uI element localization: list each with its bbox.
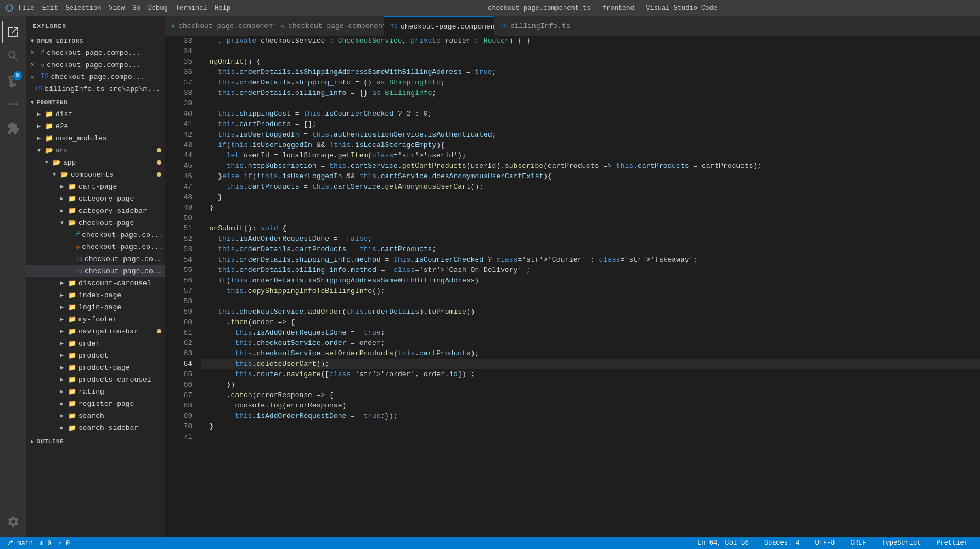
line-number: 65 [165,369,196,380]
tree-components[interactable]: ▼ 📂 components [26,168,165,180]
tree-product-page[interactable]: ▶ 📁 product-page [26,361,165,373]
line-number: 44 [165,150,196,161]
menu-bar[interactable]: File Edit Selection View Go Debug Termin… [19,4,230,12]
language-status[interactable]: TypeScript [881,539,921,547]
tree-navigation-bar[interactable]: ▶ 📁 navigation-bar [26,325,165,337]
line-number: 51 [165,223,196,234]
menu-selection[interactable]: Selection [66,4,102,12]
eol-status[interactable]: CRLF [851,539,866,547]
outline-label: OUTLINE [37,438,64,445]
tree-node-modules[interactable]: ▶ 📁 node_modules [26,132,165,144]
tree-products-carousel[interactable]: ▶ 📁 products-carousel [26,373,165,386]
tree-category-sidebar[interactable]: ▶ 📁 category-sidebar [26,205,165,217]
search-activity-icon[interactable] [2,45,24,67]
window-title: checkout-page.component.ts — frontend — … [230,4,975,12]
open-editors-header[interactable]: ▼ OPEN EDITORS [26,36,165,47]
menu-edit[interactable]: Edit [42,4,58,12]
activity-bar: 9 [0,16,26,537]
editor-content[interactable]: 3334353637383940414243444546474849505152… [165,36,980,537]
tree-app[interactable]: ▼ 📂 app [26,156,165,168]
explorer-activity-icon[interactable] [2,21,24,43]
tree-checkout-ts2[interactable]: TS checkout-page.co... [26,265,165,277]
formatter-status[interactable]: Prettier [936,539,968,547]
close-icon[interactable]: × [31,49,38,56]
html-icon: ◇ [76,243,80,251]
code-line: this.orderDetails.isShippingAddressSameW… [201,67,980,77]
line-number: 39 [165,98,196,109]
errors-status[interactable]: ⊗ 0 [40,539,52,547]
menu-file[interactable]: File [19,4,35,12]
tree-order[interactable]: ▶ 📁 order [26,337,165,349]
folder-arrow-open: ▼ [45,160,53,166]
code-line: this.orderDetails.shipping_info.method =… [201,254,980,265]
menu-debug[interactable]: Debug [148,4,168,12]
code-line: .catch(errorResponse => { [201,390,980,400]
open-editor-html[interactable]: × ◇ checkout-page.compo... [26,59,165,71]
open-editor-css[interactable]: × # checkout-page.compo... [26,47,165,59]
tab-css[interactable]: # checkout-page.component.css [165,16,274,36]
tree-category-page[interactable]: ▶ 📁 category-page [26,193,165,205]
encoding-status[interactable]: UTF-8 [815,539,835,547]
tree-rating[interactable]: ▶ 📁 rating [26,386,165,398]
sidebar-title: EXPLORER [26,16,165,36]
close-icon-ts[interactable]: ✕ [31,73,38,81]
tree-e2e[interactable]: ▶ 📁 e2e [26,120,165,132]
open-editor-billing[interactable]: TS billingInfo.ts src\app\m... [26,83,165,95]
folder-arrow: ▶ [60,364,68,371]
line-numbers-gutter: 3334353637383940414243444546474849505152… [165,36,196,537]
tree-discount-carousel[interactable]: ▶ 📁 discount-carousel [26,277,165,289]
git-branch-status[interactable]: ⎇ main [5,539,33,547]
sidebar-content: ▼ OPEN EDITORS × # checkout-page.compo..… [26,36,165,537]
extensions-activity-icon[interactable] [2,117,24,139]
folder-icon: 📁 [68,183,76,191]
line-number: 56 [165,275,196,286]
tab-billing[interactable]: TS billingInfo.ts [494,16,577,36]
cursor-position-status[interactable]: Ln 64, Col 36 [697,539,749,547]
folder-arrow: ▶ [60,280,68,286]
settings-activity-icon[interactable] [2,511,24,533]
tree-login-page[interactable]: ▶ 📁 login-page [26,301,165,313]
tree-src[interactable]: ▼ 📂 src [26,144,165,156]
tree-my-footer[interactable]: ▶ 📁 my-footer [26,313,165,325]
line-number: 49 [165,202,196,213]
tree-dist[interactable]: ▶ 📁 dist [26,108,165,120]
frontend-header[interactable]: ▼ FRONTEND [26,97,165,108]
outline-header[interactable]: ▶ OUTLINE [26,436,165,447]
tree-checkout-ts1[interactable]: TS checkout-page.co... [26,253,165,265]
run-activity-icon[interactable] [2,93,24,115]
tree-product[interactable]: ▶ 📁 product [26,349,165,361]
menu-terminal[interactable]: Terminal [176,4,207,12]
line-number: 41 [165,119,196,129]
tree-cart-page[interactable]: ▶ 📁 cart-page [26,180,165,193]
close-icon[interactable]: × [31,61,38,68]
open-editor-ts[interactable]: ✕ TS checkout-page.compo... [26,71,165,83]
menu-go[interactable]: Go [132,4,140,12]
warnings-status[interactable]: ⚠ 0 [58,539,70,547]
code-line: this.orderDetails.cartProducts = this.ca… [201,244,980,254]
code-line: this.cartProducts = []; [201,119,980,129]
folder-arrow-open: ▼ [37,148,45,154]
tree-search-sidebar[interactable]: ▶ 📁 search-sidebar [26,422,165,434]
code-line [201,432,980,442]
tree-checkout-page[interactable]: ▼ 📂 checkout-page [26,217,165,229]
tree-checkout-css[interactable]: # checkout-page.co... [26,229,165,241]
tree-index-page[interactable]: ▶ 📁 index-page [26,289,165,301]
menu-help[interactable]: Help [215,4,230,12]
tree-register-page[interactable]: ▶ 📁 register-page [26,398,165,410]
code-editor[interactable]: , private checkoutService : CheckoutServ… [196,36,980,537]
folder-arrow: ▶ [60,207,68,214]
tree-checkout-html[interactable]: ◇ checkout-page.co... [26,241,165,253]
menu-view[interactable]: View [109,4,125,12]
main-container: 9 EXPLORER ▼ OPEN EDITORS × # checkout-p… [0,16,980,537]
folder-icon: 📁 [68,400,76,408]
source-control-activity-icon[interactable]: 9 [2,69,24,91]
tab-html[interactable]: ◇ checkout-page.component.html [274,16,384,36]
line-number: 63 [165,348,196,359]
folder-icon: 📁 [68,291,76,299]
line-number: 71 [165,432,196,442]
tab-ts-active[interactable]: TS checkout-page.component.ts ✕ [384,16,494,36]
tree-search[interactable]: ▶ 📁 search [26,410,165,422]
line-number: 70 [165,421,196,432]
spaces-status[interactable]: Spaces: 4 [764,539,800,547]
html-file-icon: ◇ [41,61,44,69]
